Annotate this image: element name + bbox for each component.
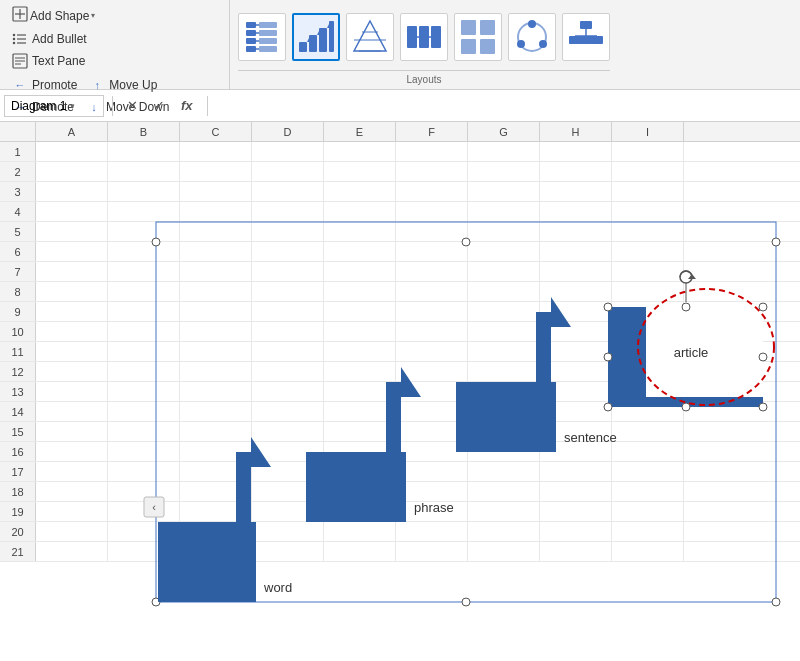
layout-cycle-button[interactable] [508,13,556,61]
col-header-g[interactable]: G [468,122,540,141]
spreadsheet: A B C D E F G H I 1 2 3 4 5 6 7 8 9 10 1… [0,122,800,661]
table-row[interactable] [36,142,108,162]
add-bullet-button[interactable]: Add Bullet [8,29,221,49]
col-header-e[interactable]: E [324,122,396,141]
col-headers: A B C D E F G H I [0,122,800,142]
svg-point-49 [528,20,536,28]
table-row[interactable] [324,142,396,162]
table-row: 12 [0,362,800,382]
layout-org-button[interactable] [562,13,610,61]
col-header-d[interactable]: D [252,122,324,141]
svg-rect-19 [246,46,256,52]
col-header-b[interactable]: B [108,122,180,141]
table-row: 6 [0,242,800,262]
layouts-group: Layouts [230,0,618,89]
col-header-f[interactable]: F [396,122,468,141]
formula-input[interactable] [216,95,796,117]
svg-rect-29 [309,35,317,52]
svg-rect-44 [461,20,476,35]
text-pane-button[interactable]: Text Pane [8,51,221,71]
table-row: 7 [0,262,800,282]
table-row: 14 [0,402,800,422]
table-row: 8 [0,282,800,302]
table-row: 10 [0,322,800,342]
formula-bar-separator-2 [207,96,208,116]
promote-icon: ← [12,77,28,93]
table-row: 11 [0,342,800,362]
formula-bar-separator [112,96,113,116]
table-row: 2 [0,162,800,182]
table-row: 15 [0,422,800,442]
table-row[interactable] [180,142,252,162]
table-row[interactable] [396,142,468,162]
row-header: 10 [0,322,36,341]
table-row: 3 [0,182,800,202]
layout-horizontal-button[interactable] [400,13,448,61]
col-header-i[interactable]: I [612,122,684,141]
row-header: 8 [0,282,36,301]
row-header: 9 [0,302,36,321]
layouts-icons-row [238,4,610,70]
grid-body: 1 2 3 4 5 6 7 8 9 10 11 12 13 14 15 16 1… [0,142,800,661]
table-row: 1 [0,142,800,162]
table-row: 9 [0,302,800,322]
svg-point-51 [517,40,525,48]
row-header: 12 [0,362,36,381]
table-row[interactable] [540,142,612,162]
promote-button[interactable]: ← Promote [8,75,81,95]
layouts-label: Layouts [238,70,610,85]
name-box[interactable]: Diagram 1 ▾ [4,95,104,117]
table-row: 13 [0,382,800,402]
svg-rect-23 [259,30,277,36]
layout-pyramid-button[interactable] [346,13,394,61]
table-row[interactable] [108,142,180,162]
add-shape-label: Add Shape [30,9,89,23]
svg-rect-18 [246,38,256,44]
svg-rect-30 [319,28,327,52]
table-row[interactable] [612,142,684,162]
table-row: 5 [0,222,800,242]
row-header: 4 [0,202,36,221]
svg-rect-39 [407,26,417,48]
add-shape-dropdown-arrow: ▾ [91,11,95,20]
formula-confirm-button[interactable]: ✓ [148,96,171,115]
formula-cancel-button[interactable]: ✕ [121,96,144,115]
create-graphic-group: Add Shape ▾ Add Bullet Text Pane [0,0,230,89]
row-header: 14 [0,402,36,421]
ribbon: Add Shape ▾ Add Bullet Text Pane [0,0,800,90]
name-box-dropdown[interactable]: ▾ [70,101,75,111]
svg-rect-45 [480,20,495,35]
svg-rect-41 [431,26,441,48]
row-header: 11 [0,342,36,361]
col-header-a[interactable]: A [36,122,108,141]
svg-rect-46 [461,39,476,54]
add-shape-icon [12,6,28,25]
add-bullet-label: Add Bullet [32,32,87,46]
corner-cell [0,122,36,141]
table-row[interactable] [252,142,324,162]
svg-rect-27 [259,46,277,52]
layout-grid-button[interactable] [454,13,502,61]
move-up-button[interactable]: ↑ Move Up [85,75,161,95]
row-header: 3 [0,182,36,201]
col-header-c[interactable]: C [180,122,252,141]
add-shape-button[interactable]: Add Shape ▾ [8,4,221,27]
row-header: 20 [0,522,36,541]
table-row: 4 [0,202,800,222]
row-header: 6 [0,242,36,261]
formula-fx-button[interactable]: fx [175,96,199,115]
svg-point-50 [539,40,547,48]
svg-rect-21 [259,22,277,28]
col-header-h[interactable]: H [540,122,612,141]
layout-stepup-button[interactable] [292,13,340,61]
table-row: 17 [0,462,800,482]
table-row: 16 [0,442,800,462]
svg-rect-57 [591,36,603,44]
table-row: 19 [0,502,800,522]
row-header: 16 [0,442,36,461]
table-row[interactable] [468,142,540,162]
row-header: 17 [0,462,36,481]
svg-rect-25 [259,38,277,44]
text-pane-label: Text Pane [32,54,85,68]
layout-list-button[interactable] [238,13,286,61]
